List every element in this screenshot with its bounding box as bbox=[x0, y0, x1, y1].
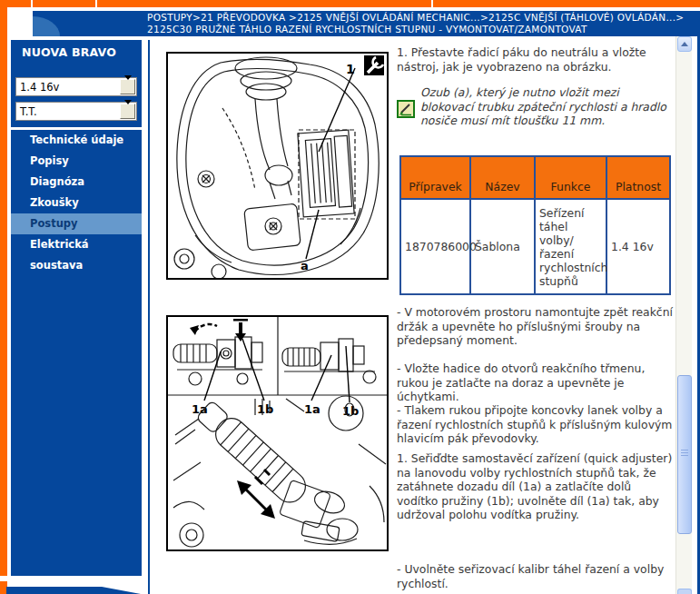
cell-tool-number: 1870786000 bbox=[400, 199, 470, 294]
elearn-manual-page: POSTUPY>21 PŘEVODOVKA >2125 VNĚJŠÍ OVLÁD… bbox=[0, 0, 700, 594]
column-header-nazev: Název bbox=[470, 156, 535, 199]
engine-version-dropdown-button[interactable] bbox=[120, 79, 135, 94]
breadcrumb-line-1: POSTUPY>21 PŘEVODOVKA >2125 VNĚJŠÍ OVLÁD… bbox=[147, 12, 692, 24]
content-scrollbar[interactable] bbox=[675, 36, 692, 594]
procedure-paragraph: - Uvolněte seřizovací kalibr táhel řazen… bbox=[397, 562, 675, 590]
top-accent-bar bbox=[0, 0, 700, 7]
left-accent-strip-foot bbox=[0, 581, 7, 594]
figure1-callout-a: a bbox=[301, 259, 309, 272]
sidebar-item-popisy[interactable]: Popisy bbox=[11, 151, 142, 172]
sidebar-content-divider bbox=[148, 40, 150, 594]
cell-tool-validity: 1.4 16v bbox=[606, 199, 670, 294]
top-bar-divider bbox=[31, 0, 33, 7]
sidebar-menu: Technické údaje Popisy Diagnóza Zkoušky … bbox=[11, 130, 142, 255]
column-header-funkce: Funkce bbox=[535, 156, 606, 199]
cell-tool-function: Seřízení táhel volby/řazení rychlostních… bbox=[535, 199, 606, 294]
body-type-select[interactable]: T.T. bbox=[15, 102, 137, 121]
column-header-pripravek: Přípravek bbox=[400, 156, 470, 199]
note-text: Ozub (a), který je nutno vložit mezi blo… bbox=[420, 85, 675, 128]
chevron-up-icon bbox=[681, 42, 688, 46]
procedure-paragraph: - Vložte hadice do otvorů reakčního třme… bbox=[397, 361, 675, 404]
quick-adjuster-illustration: 1a 1b 1a 1b bbox=[168, 317, 387, 549]
table-row: 1870786000 Šablona Seřízení táhel volby/… bbox=[400, 199, 670, 294]
note-block: Ozub (a), který je nutno vložit mezi blo… bbox=[397, 85, 675, 128]
header-band: POSTUPY>21 PŘEVODOVKA >2125 VNĚJŠÍ OVLÁD… bbox=[33, 11, 700, 36]
left-accent-strip bbox=[0, 7, 7, 576]
sidebar-item-diagnoza[interactable]: Diagnóza bbox=[11, 172, 142, 193]
chevron-down-icon bbox=[124, 100, 132, 122]
procedure-paragraph: - V motorovém prostoru namontujte zpět r… bbox=[397, 305, 675, 348]
wrench-icon bbox=[364, 55, 384, 75]
footer-accent-bar bbox=[6, 587, 141, 594]
engine-version-value: 1.4 16v bbox=[20, 81, 59, 94]
figure1-callout-1: 1 bbox=[346, 62, 355, 76]
engine-version-select[interactable]: 1.4 16v bbox=[15, 77, 137, 96]
chevron-down-icon bbox=[124, 75, 132, 97]
body-type-value: T.T. bbox=[20, 105, 37, 118]
figure-quick-adjuster: 1a 1b 1a 1b bbox=[166, 315, 389, 551]
pull-back-arrow-icon bbox=[190, 324, 217, 335]
vehicle-title: NUOVA BRAVO bbox=[11, 40, 142, 59]
breadcrumb: POSTUPY>21 PŘEVODOVKA >2125 VNĚJŠÍ OVLÁD… bbox=[147, 12, 692, 35]
note-pencil-icon bbox=[397, 100, 415, 118]
slide-double-arrow-icon bbox=[237, 470, 275, 519]
top-bar-divider bbox=[431, 0, 433, 7]
tools-table: Přípravek Název Funkce Platnost 18707860… bbox=[399, 155, 671, 295]
scroll-down-button[interactable] bbox=[677, 589, 692, 594]
cell-tool-name: Šablona bbox=[470, 199, 535, 294]
sidebar-item-postupy[interactable]: Postupy bbox=[11, 213, 142, 234]
body-type-dropdown-button[interactable] bbox=[120, 104, 135, 119]
figure2-callout-1a-right: 1a bbox=[304, 402, 320, 416]
figure-gear-lever-tool: 1 a bbox=[166, 52, 389, 280]
sidebar-item-technicke-udaje[interactable]: Technické údaje bbox=[11, 130, 142, 151]
procedure-paragraph: 1. Seřiďdte samostavěcí zařízení (quick … bbox=[397, 451, 675, 522]
breadcrumb-line-2: 2125C30 PRUŽNÉ TÁHLO RAZENÍ RYCHLOSTNÍCH… bbox=[147, 24, 692, 35]
sidebar-item-elektricka-soustava[interactable]: Elektrická soustava bbox=[11, 234, 142, 255]
table-header-row: Přípravek Název Funkce Platnost bbox=[400, 156, 670, 199]
gear-lever-illustration: 1 a bbox=[168, 54, 387, 278]
header-corner-swoosh bbox=[33, 16, 60, 36]
procedure-paragraph: - Tlakem rukou připojte koncovky lanek v… bbox=[397, 403, 675, 446]
figure2-callout-1b: 1b bbox=[257, 402, 273, 416]
top-bar-divider bbox=[95, 0, 97, 7]
column-header-platnost: Platnost bbox=[606, 156, 670, 199]
scrollbar-grip-icon bbox=[681, 450, 688, 458]
step-paragraph: 1. Přestavte řadicí páku do neutrálu a v… bbox=[397, 45, 675, 74]
scrollbar-thumb[interactable] bbox=[677, 375, 692, 534]
scroll-up-button[interactable] bbox=[677, 36, 692, 52]
sidebar: NUOVA BRAVO 1.4 16v T.T. Technické údaje… bbox=[11, 40, 142, 576]
sidebar-item-zkousky[interactable]: Zkoušky bbox=[11, 193, 142, 213]
